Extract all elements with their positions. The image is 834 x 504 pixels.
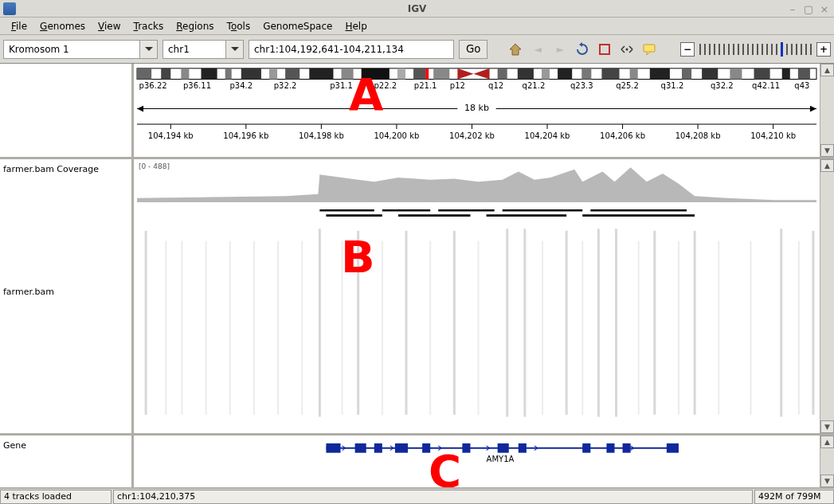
svg-rect-34 <box>798 68 810 80</box>
svg-text:q21.2: q21.2 <box>523 81 546 90</box>
svg-text:104,210 kb: 104,210 kb <box>750 131 796 140</box>
svg-rect-4 <box>137 68 151 80</box>
svg-rect-31 <box>730 68 742 80</box>
svg-text:104,208 kb: 104,208 kb <box>675 131 721 140</box>
toolbar: Go ◄ ► − + <box>0 35 834 64</box>
svg-text:p36.22: p36.22 <box>139 81 167 90</box>
svg-rect-27 <box>630 68 638 80</box>
svg-rect-122 <box>462 443 470 453</box>
window-titlebar: IGV – ▢ × <box>0 0 834 18</box>
bam-track-label: farmer.bam <box>3 287 54 297</box>
coverage-track-label: farmer.bam Coverage <box>3 164 99 174</box>
app-icon <box>3 2 16 15</box>
svg-text:q25.2: q25.2 <box>616 81 639 90</box>
status-left: 4 tracks loaded <box>0 490 112 504</box>
svg-rect-26 <box>601 68 619 80</box>
status-mid: chr1:104,210,375 <box>113 490 753 504</box>
svg-rect-0 <box>600 45 609 54</box>
svg-rect-30 <box>702 68 718 80</box>
chrom-dropdown-value[interactable] <box>162 40 226 59</box>
menu-view[interactable]: View <box>92 19 127 33</box>
svg-rect-28 <box>650 68 670 80</box>
fit-icon[interactable] <box>618 41 636 58</box>
close-icon[interactable]: × <box>818 2 831 15</box>
ideogram-row: A <box>0 64 834 159</box>
coverage-range: [0 - 488] <box>139 162 170 170</box>
gene-scrollbar[interactable] <box>820 436 834 487</box>
svg-text:104,198 kb: 104,198 kb <box>299 131 344 140</box>
home-icon[interactable] <box>507 41 524 58</box>
status-right: 492M of 799M <box>754 490 834 504</box>
zoom-slider[interactable]: − + <box>680 42 831 57</box>
svg-rect-16 <box>413 68 425 80</box>
svg-text:q12: q12 <box>488 81 503 90</box>
svg-text:104,202 kb: 104,202 kb <box>449 131 495 140</box>
svg-rect-124 <box>519 443 527 453</box>
gene-namecol: Gene <box>0 436 134 487</box>
svg-rect-22 <box>518 68 534 80</box>
alignment-row: farmer.bam Coverage farmer.bam [0 - 488]… <box>0 159 834 436</box>
coverage-plot <box>137 167 816 202</box>
svg-rect-10 <box>269 68 277 80</box>
zoom-ticks[interactable] <box>698 42 813 57</box>
svg-text:p12: p12 <box>450 81 465 90</box>
menu-file[interactable]: File <box>5 19 33 33</box>
svg-rect-15 <box>397 68 405 80</box>
svg-rect-120 <box>395 443 408 453</box>
svg-rect-13 <box>342 68 354 80</box>
back-icon[interactable]: ◄ <box>529 41 546 58</box>
svg-rect-119 <box>374 443 382 453</box>
svg-rect-23 <box>542 68 550 80</box>
chrom-dropdown[interactable] <box>162 40 244 59</box>
gene-row: Gene C <box>0 436 834 488</box>
svg-text:q31.2: q31.2 <box>661 81 684 90</box>
svg-point-1 <box>626 48 628 50</box>
svg-text:18 kb: 18 kb <box>464 104 489 114</box>
svg-rect-21 <box>498 68 507 80</box>
svg-rect-9 <box>241 68 261 80</box>
location-input[interactable] <box>249 40 454 59</box>
svg-rect-24 <box>558 68 572 80</box>
genome-dropdown[interactable] <box>3 40 158 59</box>
svg-text:q42.11: q42.11 <box>752 81 780 90</box>
svg-rect-123 <box>498 443 509 453</box>
svg-text:p21.1: p21.1 <box>414 81 437 90</box>
svg-rect-7 <box>201 68 217 80</box>
menu-genomes[interactable]: Genomes <box>33 19 92 33</box>
svg-rect-5 <box>161 68 170 80</box>
menubar: File Genomes View Tracks Regions Tools G… <box>0 18 834 35</box>
maximize-icon[interactable]: ▢ <box>802 2 815 15</box>
alignment-panel[interactable]: [0 - 488] B <box>134 159 820 433</box>
svg-text:104,196 kb: 104,196 kb <box>223 131 268 140</box>
ideogram-panel[interactable]: A <box>134 64 820 157</box>
gene-panel[interactable]: C <box>134 436 820 487</box>
statusbar: 4 tracks loaded chr1:104,210,375 492M of… <box>0 488 834 504</box>
svg-text:q23.3: q23.3 <box>570 81 593 90</box>
tooltip-icon[interactable] <box>640 41 658 58</box>
svg-rect-121 <box>422 443 430 453</box>
ideogram-scrollbar[interactable] <box>820 64 834 157</box>
menu-genomespace[interactable]: GenomeSpace <box>256 19 339 33</box>
menu-help[interactable]: Help <box>339 19 373 33</box>
chevron-down-icon[interactable] <box>140 40 158 59</box>
svg-rect-117 <box>326 443 340 453</box>
zoom-out-button[interactable]: − <box>680 42 695 57</box>
region-icon[interactable] <box>596 41 613 58</box>
genome-dropdown-value[interactable] <box>3 40 140 59</box>
forward-icon[interactable]: ► <box>551 41 569 58</box>
refresh-icon[interactable] <box>574 41 591 58</box>
alignment-scrollbar[interactable] <box>820 159 834 433</box>
chevron-down-icon[interactable] <box>226 40 244 59</box>
menu-regions[interactable]: Regions <box>170 19 220 33</box>
svg-rect-127 <box>623 443 631 453</box>
zoom-in-button[interactable]: + <box>816 42 831 57</box>
menu-tracks[interactable]: Tracks <box>127 19 170 33</box>
menu-tools[interactable]: Tools <box>221 19 257 33</box>
svg-rect-14 <box>362 68 390 80</box>
go-button[interactable]: Go <box>459 40 487 59</box>
svg-text:p36.11: p36.11 <box>183 81 211 90</box>
svg-marker-52 <box>137 106 143 112</box>
minimize-icon[interactable]: – <box>786 2 799 15</box>
svg-text:p31.1: p31.1 <box>330 81 353 90</box>
svg-rect-2 <box>644 45 655 52</box>
